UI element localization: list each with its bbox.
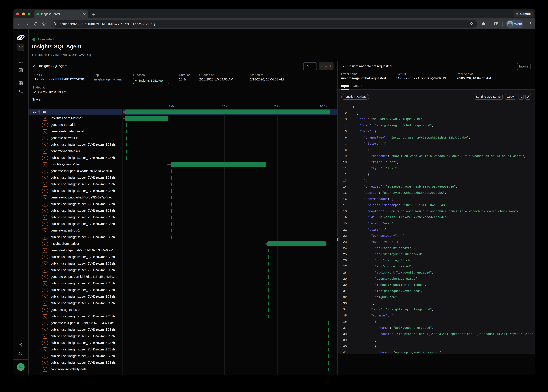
svg-text:?: ? [20, 352, 21, 355]
